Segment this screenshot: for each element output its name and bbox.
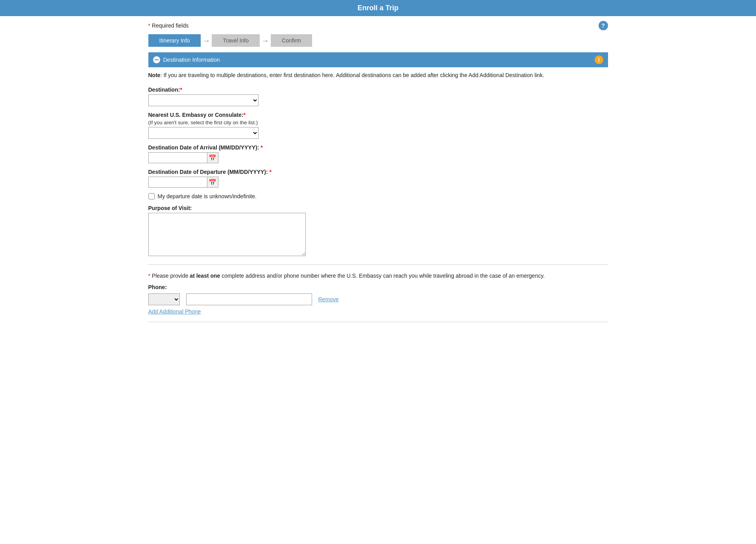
add-phone-link[interactable]: Add Additional Phone [148,308,608,315]
embassy-field-group: Nearest U.S. Embassy or Consulate:* (If … [148,112,608,139]
arrival-req: * [261,144,262,151]
section-title: Destination Information [163,57,220,63]
embassy-select[interactable] [148,127,259,139]
departure-label: Destination Date of Departure (MM/DD/YYY… [148,169,608,175]
note-prefix: Note [148,72,161,78]
required-asterisk: * [148,22,150,29]
departure-calendar-button[interactable]: 📅 [207,177,218,188]
emergency-text1: Please provide [150,273,190,279]
departure-date-group: Destination Date of Departure (MM/DD/YYY… [148,169,608,188]
destination-field-group: Destination:* [148,87,608,106]
calendar-icon-2: 📅 [209,179,216,186]
unknown-departure-row: My departure date is unknown/indefinite. [148,193,608,199]
emergency-note: * Please provide at least one complete a… [148,272,608,280]
phone-number-input[interactable] [186,293,312,305]
emergency-text2: complete address and/or phone number whe… [220,273,545,279]
divider-1 [148,264,608,265]
destination-label: Destination:* [148,87,608,93]
arrival-label: Destination Date of Arrival (MM/DD/YYYY)… [148,144,608,151]
unknown-departure-label[interactable]: My departure date is unknown/indefinite. [158,193,257,199]
departure-req: * [270,169,272,175]
purpose-field-group: Purpose of Visit: [148,205,608,257]
destination-note: Note: If you are traveling to multiple d… [148,71,608,79]
required-fields-row: * Required fields ? [148,21,608,30]
page-header: Enroll a Trip [0,0,756,16]
phone-row: Home Work Mobile Remove [148,293,608,305]
section-header-left: Destination Information [153,56,220,63]
unknown-departure-checkbox[interactable] [148,193,155,199]
destination-section-header: Destination Information ! [148,52,608,67]
wizard-steps: Itinerary Info → Travel Info → Confirm [148,34,608,47]
divider-2 [148,322,608,322]
purpose-textarea[interactable] [148,213,306,256]
svg-rect-0 [155,59,159,60]
embassy-label: Nearest U.S. Embassy or Consulate:* [148,112,608,118]
phone-label: Phone: [148,284,608,290]
warning-icon: ! [595,55,603,64]
purpose-label: Purpose of Visit: [148,205,608,211]
remove-phone-link[interactable]: Remove [318,296,339,302]
step-itinerary-info[interactable]: Itinerary Info [148,34,201,47]
arrival-calendar-button[interactable]: 📅 [207,152,218,163]
help-icon[interactable]: ? [599,21,608,30]
page-title: Enroll a Trip [357,4,398,12]
note-body: : If you are traveling to multiple desti… [161,72,544,78]
main-content: * Required fields ? Itinerary Info → Tra… [142,16,614,334]
destination-select[interactable] [148,94,259,106]
arrival-date-wrap: 📅 [148,152,608,163]
required-label: Required fields [152,22,189,29]
embassy-sublabel: (If you aren't sure, select the first ci… [148,120,608,125]
embassy-req: * [243,112,245,118]
emergency-bold: at least one [190,273,220,279]
departure-date-input[interactable] [148,177,207,188]
destination-req: * [180,87,182,93]
step-arrow-2: → [261,36,269,45]
arrival-date-group: Destination Date of Arrival (MM/DD/YYYY)… [148,144,608,163]
arrival-date-input[interactable] [148,152,207,163]
phone-type-select[interactable]: Home Work Mobile [148,293,180,305]
calendar-icon: 📅 [209,154,216,162]
step-travel-info[interactable]: Travel Info [212,34,260,47]
step-arrow-1: → [202,36,210,45]
required-fields-text: * Required fields [148,22,189,29]
departure-date-wrap: 📅 [148,177,608,188]
collapse-icon[interactable] [153,56,160,63]
step-confirm[interactable]: Confirm [271,34,312,47]
